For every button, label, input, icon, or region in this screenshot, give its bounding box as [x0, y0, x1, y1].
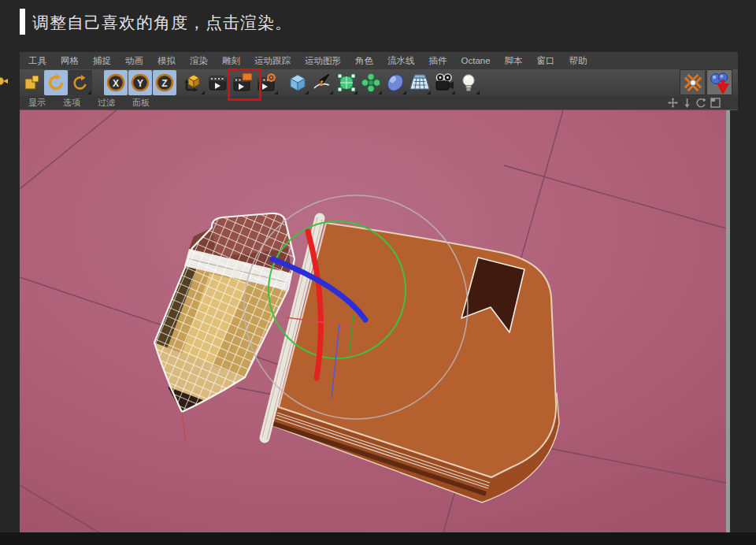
flyout-corner — [378, 91, 382, 95]
clipped-tool-icon — [0, 76, 9, 87]
scale-icon — [22, 73, 41, 92]
flyout-corner — [329, 91, 333, 95]
flyout-corner — [87, 91, 91, 95]
flyout-corner — [274, 91, 278, 95]
render-view-button[interactable] — [206, 70, 230, 95]
scene — [20, 110, 726, 532]
menu-item[interactable]: 插件 — [422, 55, 454, 67]
dolly-icon[interactable] — [682, 98, 692, 108]
title-accent-bar — [20, 9, 25, 35]
window-right-gap — [738, 52, 756, 110]
light-button[interactable] — [457, 70, 480, 95]
flyout-corner — [354, 91, 358, 95]
render-view-icon — [208, 72, 228, 93]
menu-item[interactable]: 渲染 — [183, 55, 215, 67]
flyout-corner — [476, 91, 480, 95]
pan-icon[interactable] — [668, 98, 678, 108]
svg-text:Y: Y — [137, 78, 143, 89]
toggle-panels-icon[interactable] — [710, 98, 721, 108]
menu-bar: 工具网格捕捉动画模拟渲染雕刻运动跟踪运动图形角色流水线插件Octane脚本窗口帮… — [20, 52, 738, 69]
scale-tool-button[interactable] — [20, 70, 43, 95]
z-axis-lock-button[interactable]: Z — [153, 70, 176, 95]
viewport-menu-bar: 显示 选项 过滤 面板 — [20, 96, 738, 110]
menu-item[interactable]: Octane — [454, 56, 498, 65]
vp-menu-item[interactable]: 面板 — [124, 97, 158, 109]
page: 调整自己喜欢的角度，点击渲染。 工具网格捕捉动画模拟渲染雕刻运动跟踪运动图形角色… — [0, 0, 756, 545]
mograph-cloner-button[interactable] — [359, 70, 383, 95]
menu-item[interactable]: 流水线 — [380, 55, 422, 67]
menu-item[interactable]: 动画 — [118, 55, 150, 67]
menu-item[interactable]: 捕捉 — [86, 55, 118, 67]
dynamics-gravity-button[interactable] — [706, 69, 732, 95]
flyout-corner — [201, 91, 205, 95]
menu-item[interactable]: 帮助 — [562, 55, 595, 67]
center-axis-icon — [683, 72, 703, 93]
add-cube-button[interactable] — [286, 70, 309, 95]
rotate-small-icon — [71, 73, 90, 92]
menu-item[interactable]: 窗口 — [530, 55, 562, 67]
camera-button[interactable] — [432, 70, 456, 95]
toolbar-right-tools — [680, 69, 733, 95]
coordinate-system-button[interactable] — [182, 70, 206, 95]
viewport-nav-icons — [668, 98, 738, 108]
subdivision-surface-button[interactable] — [335, 70, 358, 95]
svg-text:X: X — [113, 78, 119, 89]
x-axis-icon: X — [106, 72, 126, 93]
svg-text:Z: Z — [161, 78, 167, 89]
menu-item[interactable]: 角色 — [348, 55, 380, 67]
page-title: 调整自己喜欢的角度，点击渲染。 — [32, 12, 292, 34]
x-axis-lock-button[interactable]: X — [104, 70, 128, 95]
last-used-tool-button[interactable] — [69, 70, 92, 95]
menu-item[interactable]: 运动图形 — [298, 55, 348, 67]
spline-pen-button[interactable] — [310, 70, 334, 95]
menu-item[interactable]: 工具 — [21, 55, 54, 67]
menu-item[interactable]: 网格 — [54, 55, 86, 67]
menu-item[interactable]: 运动跟踪 — [247, 55, 298, 67]
vp-menu-item[interactable]: 显示 — [20, 97, 54, 109]
y-axis-lock-button[interactable]: Y — [128, 70, 152, 95]
flyout-corner — [402, 91, 406, 95]
bottom-strip — [0, 532, 756, 545]
tutorial-highlight-box — [228, 69, 261, 101]
vp-menu-item[interactable]: 选项 — [54, 97, 89, 109]
rotate-view-icon[interactable] — [696, 98, 706, 108]
menu-item[interactable]: 模拟 — [150, 55, 183, 67]
vp-menu-item[interactable]: 过滤 — [89, 97, 124, 109]
deformer-button[interactable] — [384, 70, 407, 95]
flyout-corner — [451, 91, 455, 95]
z-axis-icon: Z — [154, 72, 175, 93]
menu-item[interactable]: 雕刻 — [215, 55, 247, 67]
toolbar: X Y Z — [20, 69, 738, 96]
flyout-corner — [427, 91, 431, 95]
rotate-tool-button[interactable] — [44, 70, 68, 95]
center-axis-button[interactable] — [680, 69, 706, 95]
flyout-corner — [305, 91, 309, 95]
y-axis-icon: Y — [130, 72, 150, 93]
viewport-3d[interactable] — [20, 110, 726, 532]
viewport-right-gutter — [730, 110, 756, 532]
rotate-icon — [46, 73, 65, 92]
floor-environment-button[interactable] — [408, 70, 432, 95]
menu-item[interactable]: 脚本 — [498, 55, 530, 67]
dynamics-gravity-icon — [709, 72, 731, 94]
